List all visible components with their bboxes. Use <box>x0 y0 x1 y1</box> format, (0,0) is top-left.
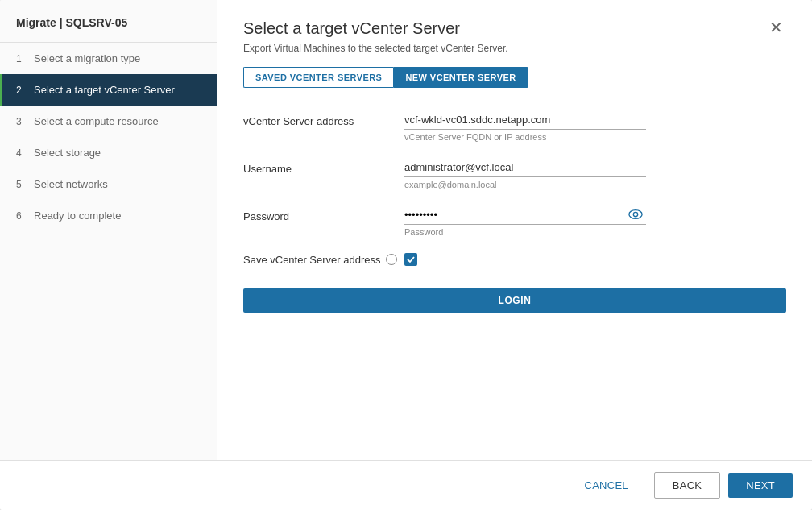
sidebar: Migrate | SQLSRV-05 1 Select a migration… <box>0 0 218 460</box>
subtitle: Export Virtual Machines to the selected … <box>243 43 786 54</box>
sidebar-item-step1: 1 Select a migration type <box>0 43 217 74</box>
close-button[interactable]: ✕ <box>766 19 786 35</box>
back-button[interactable]: BACK <box>654 472 720 499</box>
svg-point-1 <box>633 212 637 216</box>
vcenter-address-label: vCenter Server address <box>243 110 404 127</box>
password-hint: Password <box>404 227 646 237</box>
step2-label: Select a target vCenter Server <box>34 84 175 96</box>
step3-label: Select a compute resource <box>34 115 159 127</box>
sidebar-item-step3: 3 Select a compute resource <box>0 106 217 137</box>
step1-label: Select a migration type <box>34 52 140 64</box>
step6-label: Ready to complete <box>34 209 121 222</box>
vcenter-address-field: vCenter Server FQDN or IP address <box>404 110 646 142</box>
password-field: Password <box>404 205 646 237</box>
main-content: Select a target vCenter Server ✕ Export … <box>218 0 812 460</box>
dialog-body: Migrate | SQLSRV-05 1 Select a migration… <box>0 0 812 460</box>
step2-num: 2 <box>16 85 27 96</box>
username-label: Username <box>243 158 404 175</box>
vcenter-address-hint: vCenter Server FQDN or IP address <box>404 132 646 142</box>
sidebar-item-step2: 2 Select a target vCenter Server <box>0 74 217 106</box>
save-vcenter-checkbox-field <box>404 253 417 266</box>
password-input[interactable] <box>404 205 646 225</box>
vcenter-address-row: vCenter Server address vCenter Server FQ… <box>243 110 786 142</box>
step1-num: 1 <box>16 53 27 64</box>
svg-point-0 <box>629 210 642 219</box>
step6-num: 6 <box>16 210 27 222</box>
page-title: Select a target vCenter Server <box>243 19 460 38</box>
password-row: Password Password <box>243 205 786 237</box>
tab-saved-vcenter[interactable]: SAVED VCENTER SERVERS <box>243 67 393 88</box>
password-label: Password <box>243 205 404 222</box>
migrate-dialog: Migrate | SQLSRV-05 1 Select a migration… <box>0 0 812 510</box>
login-button[interactable]: LOGIN <box>243 288 786 313</box>
sidebar-item-step4: 4 Select storage <box>0 137 217 168</box>
username-hint: example@domain.local <box>404 180 646 189</box>
sidebar-title: Migrate | SQLSRV-05 <box>0 0 217 43</box>
step3-num: 3 <box>16 116 27 127</box>
tab-bar: SAVED VCENTER SERVERS NEW VCENTER SERVER <box>243 67 786 88</box>
sidebar-item-step5: 5 Select networks <box>0 168 217 200</box>
username-field: example@domain.local <box>404 158 646 189</box>
next-button[interactable]: NEXT <box>728 473 793 498</box>
save-vcenter-checkbox[interactable] <box>404 253 417 266</box>
password-wrapper <box>404 205 646 225</box>
save-vcenter-label: Save vCenter Server address i <box>243 254 404 266</box>
save-vcenter-row: Save vCenter Server address i <box>243 253 786 266</box>
dialog-footer: CANCEL BACK NEXT <box>0 460 812 510</box>
step5-label: Select networks <box>34 178 108 190</box>
vcenter-address-input[interactable] <box>404 110 646 130</box>
username-input[interactable] <box>404 158 646 177</box>
sidebar-item-step6: 6 Ready to complete <box>0 200 217 231</box>
main-header: Select a target vCenter Server ✕ <box>243 19 786 38</box>
step5-num: 5 <box>16 179 27 190</box>
step4-num: 4 <box>16 147 27 159</box>
cancel-button[interactable]: CANCEL <box>567 473 646 498</box>
step4-label: Select storage <box>34 147 101 159</box>
tab-new-vcenter[interactable]: NEW VCENTER SERVER <box>393 67 528 88</box>
show-password-icon[interactable] <box>628 209 643 222</box>
username-row: Username example@domain.local <box>243 158 786 189</box>
info-icon[interactable]: i <box>386 254 397 265</box>
